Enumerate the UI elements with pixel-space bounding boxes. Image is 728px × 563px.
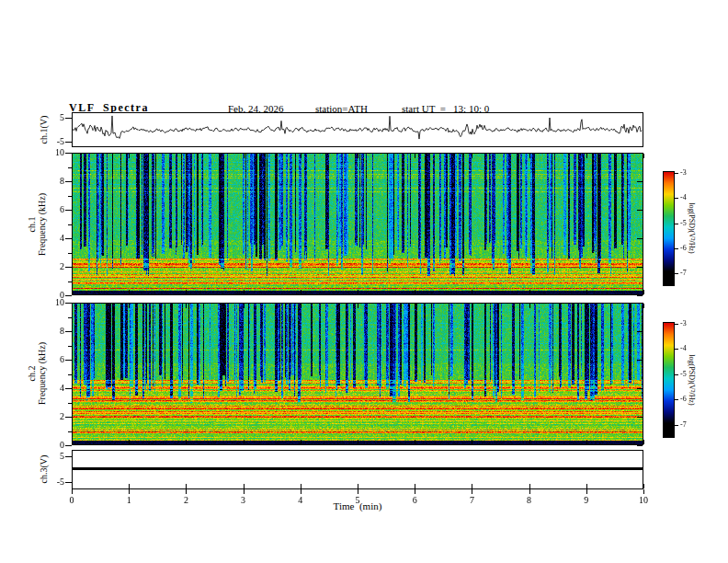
x-inner-tick [244, 304, 245, 308]
x-axis-tick [472, 489, 472, 494]
x-axis-tick-label: 10 [634, 496, 653, 505]
x-inner-tick [415, 304, 415, 308]
x-inner-tick [301, 304, 301, 308]
x-axis-tick-label: 9 [577, 496, 596, 505]
x-inner-tick [415, 440, 415, 444]
y-axis-minor-tick [68, 253, 72, 254]
y-axis-tick [65, 445, 72, 446]
ch1-spectrogram-panel [72, 153, 643, 295]
y-axis-tick [65, 238, 72, 239]
colorbar-tick [675, 349, 678, 350]
x-inner-tick [129, 484, 130, 488]
colorbar-tick-label: -5 [680, 371, 695, 378]
colorbar-tick-label: -3 [680, 169, 695, 177]
x-axis-tick-label: 2 [176, 496, 195, 505]
x-inner-tick [643, 440, 644, 444]
y-axis-tick-label: 10 [48, 148, 64, 157]
colorbar-tick-label: -5 [680, 220, 695, 227]
ch2-spectrogram-panel [72, 303, 643, 445]
x-inner-tick [244, 484, 245, 488]
x-inner-tick [186, 154, 187, 158]
x-inner-tick [301, 154, 301, 158]
x-axis-tick-label: 7 [462, 496, 481, 505]
colorbar-tick [675, 324, 678, 325]
x-inner-tick [72, 484, 73, 488]
ch1-volt-ylabel-text: ch.1(V) [39, 116, 49, 144]
x-axis-tick [301, 489, 301, 494]
y-axis-minor-tick [68, 282, 72, 282]
y-axis-minor-tick [68, 224, 72, 225]
x-inner-tick [643, 154, 644, 158]
y-inner-tick [637, 360, 643, 361]
y-axis-minor-tick [68, 196, 72, 197]
colorbar-tick-label: -4 [680, 345, 695, 352]
y-axis-tick-label: 6 [48, 205, 64, 214]
x-inner-tick [586, 154, 587, 158]
colorbar-ch1-label: log(PSD)(V²/Hz) [688, 173, 697, 283]
x-axis-tick [186, 489, 187, 494]
y-axis-tick-label: -5 [48, 477, 64, 487]
x-inner-tick [129, 290, 130, 294]
x-inner-tick [301, 484, 301, 488]
x-inner-tick [586, 484, 587, 488]
y-inner-tick [637, 238, 643, 239]
y-inner-tick [637, 417, 643, 418]
y-axis-tick-label: 2 [48, 412, 64, 421]
x-axis-tick-label: 0 [63, 496, 81, 505]
x-inner-tick [472, 484, 472, 488]
x-inner-tick [186, 440, 187, 444]
y-axis-tick-label: 8 [48, 327, 64, 336]
y-inner-tick [637, 388, 643, 389]
y-axis-tick-label: 10 [48, 298, 64, 307]
y-axis-minor-tick [68, 317, 72, 318]
x-axis-tick-label: 4 [291, 496, 310, 505]
x-inner-tick [244, 290, 245, 294]
colorbar-tick [675, 198, 678, 199]
x-inner-tick [72, 304, 73, 308]
colorbar-tick [675, 273, 678, 274]
vlf-spectra-figure: VLF Spectra Feb. 24, 2026 station=ATH st… [0, 0, 728, 563]
colorbar-tick [675, 399, 678, 400]
x-inner-tick [415, 484, 415, 488]
colorbar-ch2-label: log(PSD)(V²/Hz) [688, 325, 697, 435]
ch2-spectrogram-canvas [73, 304, 643, 444]
x-inner-tick [72, 440, 73, 444]
ch3-flatline [73, 467, 643, 470]
x-inner-tick [472, 440, 472, 444]
x-axis-tick [72, 489, 73, 494]
x-inner-tick [301, 290, 301, 294]
x-inner-tick [358, 154, 358, 158]
x-inner-tick [529, 304, 530, 308]
x-axis-tick-label: 5 [348, 496, 367, 505]
x-axis-tick [129, 489, 130, 494]
colorbar-tick-label: -4 [680, 194, 695, 201]
x-inner-tick [643, 304, 644, 308]
x-inner-tick [301, 440, 301, 444]
ch1-waveform-canvas [73, 113, 643, 146]
y-axis-tick [65, 153, 72, 154]
x-inner-tick [72, 154, 73, 158]
y-axis-tick-label: 0 [48, 441, 64, 450]
ch2-spec-ylabel-channel: ch.2 [27, 366, 37, 382]
x-inner-tick [529, 154, 530, 158]
ch2-spec-ylabel: ch.2 Frequency (kHz) [26, 304, 48, 442]
ch3-volt-ylabel-text: ch.3(V) [39, 455, 49, 484]
x-axis-tick [643, 489, 644, 494]
y-axis-tick [65, 118, 72, 119]
x-axis-tick-label: 1 [119, 496, 138, 505]
x-inner-tick [358, 440, 358, 444]
x-inner-tick [586, 290, 587, 294]
y-inner-tick [637, 303, 643, 304]
y-axis-tick-label: 2 [48, 262, 64, 271]
x-inner-tick [529, 484, 530, 488]
ch1-spec-ylabel-axis: Frequency (kHz) [37, 193, 47, 256]
x-inner-tick [186, 484, 187, 488]
ch1-spec-ylabel-channel: ch.1 [27, 217, 37, 233]
colorbar-ch1 [663, 171, 675, 286]
y-inner-tick [637, 210, 643, 211]
y-inner-tick [637, 181, 643, 182]
x-inner-tick [186, 304, 187, 308]
colorbar-tick-label: -3 [680, 320, 695, 327]
y-axis-tick [65, 303, 72, 304]
x-inner-tick [415, 290, 415, 294]
